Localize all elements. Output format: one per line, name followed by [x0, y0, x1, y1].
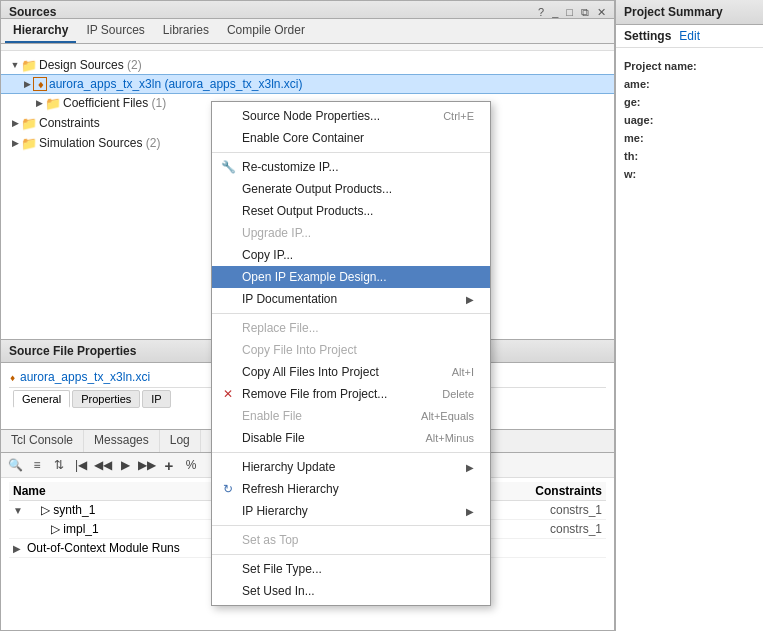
menu-separator-2 [212, 313, 490, 314]
menu-ip-hierarchy[interactable]: IP Hierarchy ▶ [212, 500, 490, 522]
menu-label-open-ip-example: Open IP Example Design... [242, 270, 387, 284]
menu-label-copy-file-into-project: Copy File Into Project [242, 343, 357, 357]
menu-upgrade-ip: Upgrade IP... [212, 222, 490, 244]
menu-separator-5 [212, 554, 490, 555]
menu-shortcut-disable-file: Alt+Minus [425, 432, 474, 444]
tree-item-aurora-ip[interactable]: ▶ ⬧ aurora_apps_tx_x3ln (aurora_apps_tx_… [1, 75, 614, 93]
menu-generate-output[interactable]: Generate Output Products... [212, 178, 490, 200]
menu-label-copy-all-files: Copy All Files Into Project [242, 365, 379, 379]
col-name: Name [13, 484, 46, 498]
field-uage-label: uage: [624, 114, 755, 126]
console-sort-icon[interactable]: ⇅ [49, 455, 69, 475]
project-settings-bar: Settings Edit [616, 25, 763, 48]
menu-reset-output[interactable]: Reset Output Products... [212, 200, 490, 222]
sources-panel: Sources ? _ □ ⧉ ✕ 🔍 ≡ ⇅ + ? 0 ⚙ [0, 0, 615, 340]
menu-enable-core-container[interactable]: Enable Core Container [212, 127, 490, 149]
wrench-icon: 🔧 [220, 159, 236, 175]
menu-label-source-node-properties: Source Node Properties... [242, 109, 380, 123]
float-icon[interactable]: ⧉ [581, 6, 589, 19]
menu-hierarchy-update[interactable]: Hierarchy Update ▶ [212, 456, 490, 478]
expand-arrow-coeff: ▶ [33, 97, 45, 109]
tab-ip-sources[interactable]: IP Sources [78, 19, 152, 43]
tab-messages[interactable]: Messages [84, 430, 160, 452]
menu-copy-file-into-project: Copy File Into Project [212, 339, 490, 361]
sources-bottom-tabs: Hierarchy IP Sources Libraries Compile O… [1, 18, 614, 44]
menu-label-replace-file: Replace File... [242, 321, 319, 335]
console-prev-icon[interactable]: ◀◀ [93, 455, 113, 475]
menu-copy-all-files[interactable]: Copy All Files Into Project Alt+I [212, 361, 490, 383]
menu-disable-file[interactable]: Disable File Alt+Minus [212, 427, 490, 449]
menu-refresh-hierarchy[interactable]: ↻ Refresh Hierarchy [212, 478, 490, 500]
expand-arrow-constraints: ▶ [9, 117, 21, 129]
menu-set-file-type[interactable]: Set File Type... [212, 558, 490, 580]
menu-shortcut-enable-file: Alt+Equals [421, 410, 474, 422]
field-ge-label: ge: [624, 96, 755, 108]
tree-item-design-sources[interactable]: ▼ 📁 Design Sources (2) [1, 55, 614, 75]
tab-compile-order[interactable]: Compile Order [219, 19, 313, 43]
tree-label-coefficient-files: Coefficient Files (1) [63, 96, 166, 110]
menu-label-recustomize-ip: Re-customize IP... [242, 160, 338, 174]
menu-copy-ip[interactable]: Copy IP... [212, 244, 490, 266]
properties-file-name: aurora_apps_tx_x3ln.xci [20, 370, 150, 384]
menu-label-remove-file: Remove File from Project... [242, 387, 387, 401]
console-search-icon[interactable]: 🔍 [5, 455, 25, 475]
tab-hierarchy[interactable]: Hierarchy [5, 19, 76, 43]
prop-tab-properties[interactable]: Properties [72, 390, 140, 408]
menu-ip-documentation[interactable]: IP Documentation ▶ [212, 288, 490, 310]
sources-title: Sources [9, 5, 56, 19]
menu-label-ip-documentation: IP Documentation [242, 292, 337, 306]
menu-label-disable-file: Disable File [242, 431, 305, 445]
console-next-icon[interactable]: ▶▶ [137, 455, 157, 475]
minimize-icon[interactable]: _ [552, 6, 558, 19]
console-first-icon[interactable]: |◀ [71, 455, 91, 475]
submenu-arrow-hierarchy: ▶ [466, 462, 474, 473]
row-constraints-impl1: constrs_1 [550, 522, 602, 536]
menu-label-enable-core-container: Enable Core Container [242, 131, 364, 145]
project-fields: Project name: ame: ge: uage: me: th: w: [616, 48, 763, 186]
menu-separator-1 [212, 152, 490, 153]
menu-separator-3 [212, 452, 490, 453]
prop-tab-ip[interactable]: IP [142, 390, 170, 408]
menu-label-refresh-hierarchy: Refresh Hierarchy [242, 482, 339, 496]
restore-icon[interactable]: □ [566, 6, 573, 19]
x-icon: ✕ [220, 386, 236, 402]
menu-shortcut-remove-file: Delete [442, 388, 474, 400]
tree-label-aurora-ip: aurora_apps_tx_x3ln (aurora_apps_tx_x3ln… [49, 77, 302, 91]
menu-label-set-as-top: Set as Top [242, 533, 298, 547]
menu-label-upgrade-ip: Upgrade IP... [242, 226, 311, 240]
menu-remove-file[interactable]: ✕ Remove File from Project... Delete [212, 383, 490, 405]
refresh-icon: ↻ [220, 481, 236, 497]
expand-icon-ooc: ▶ [13, 543, 27, 554]
menu-open-ip-example[interactable]: Open IP Example Design... [212, 266, 490, 288]
menu-recustomize-ip[interactable]: 🔧 Re-customize IP... [212, 156, 490, 178]
console-add-icon[interactable]: + [159, 455, 179, 475]
prop-tab-general[interactable]: General [13, 390, 70, 408]
tab-tcl-console[interactable]: Tcl Console [1, 430, 84, 452]
row-constraints-synth1: constrs_1 [550, 503, 602, 517]
menu-label-enable-file: Enable File [242, 409, 302, 423]
console-play-icon[interactable]: ▶ [115, 455, 135, 475]
field-project-name-label: Project name: [624, 60, 755, 72]
close-icon[interactable]: ✕ [597, 6, 606, 19]
console-percent-icon[interactable]: % [181, 455, 201, 475]
question-icon[interactable]: ? [538, 6, 544, 19]
settings-link[interactable]: Settings [624, 29, 671, 43]
expand-arrow-sim: ▶ [9, 137, 21, 149]
console-collapse-icon[interactable]: ≡ [27, 455, 47, 475]
tab-log[interactable]: Log [160, 430, 201, 452]
titlebar-icons: ? _ □ ⧉ ✕ [538, 6, 606, 19]
ip-file-icon: ⬧ [9, 370, 16, 384]
edit-link[interactable]: Edit [679, 29, 700, 43]
field-th-label: th: [624, 150, 755, 162]
folder-icon-constraints: 📁 [21, 115, 37, 131]
right-panel: Project Summary Settings Edit Project na… [615, 0, 763, 631]
left-panel: Sources ? _ □ ⧉ ✕ 🔍 ≡ ⇅ + ? 0 ⚙ [0, 0, 615, 631]
menu-label-set-file-type: Set File Type... [242, 562, 322, 576]
folder-icon-sim: 📁 [21, 135, 37, 151]
submenu-arrow-ip-hierarchy: ▶ [466, 506, 474, 517]
menu-source-node-properties[interactable]: Source Node Properties... Ctrl+E [212, 105, 490, 127]
menu-set-used-in[interactable]: Set Used In... [212, 580, 490, 602]
menu-replace-file: Replace File... [212, 317, 490, 339]
tab-libraries[interactable]: Libraries [155, 19, 217, 43]
menu-label-copy-ip: Copy IP... [242, 248, 293, 262]
